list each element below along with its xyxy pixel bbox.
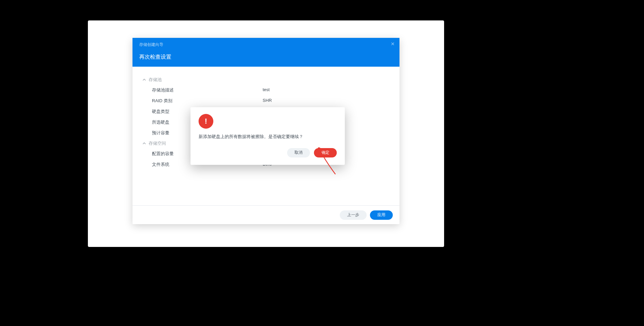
confirm-actions: 取消 确定 bbox=[199, 148, 337, 157]
warning-icon: ! bbox=[199, 114, 213, 129]
table-row: 存储池描述test bbox=[143, 85, 389, 95]
row-label: 存储池描述 bbox=[152, 87, 263, 93]
chevron-up-icon bbox=[143, 141, 146, 146]
wizard-header: 存储创建向导 再次检查设置 ✕ bbox=[132, 38, 399, 67]
row-value: SHR bbox=[263, 98, 272, 104]
section-label: 存储空间 bbox=[149, 140, 166, 146]
ok-button[interactable]: 确定 bbox=[314, 148, 337, 157]
section-label: 存储池 bbox=[149, 77, 162, 83]
back-button[interactable]: 上一步 bbox=[340, 210, 367, 220]
apply-button[interactable]: 应用 bbox=[370, 210, 393, 220]
wizard-footer: 上一步 应用 bbox=[132, 205, 399, 224]
row-value: test bbox=[263, 87, 270, 93]
row-label: RAID 类别 bbox=[152, 98, 263, 104]
chevron-up-icon bbox=[143, 77, 146, 82]
table-row: RAID 类别SHR bbox=[143, 95, 389, 106]
wizard-title: 再次检查设置 bbox=[139, 48, 393, 61]
cancel-button[interactable]: 取消 bbox=[287, 148, 310, 157]
wizard-subtitle: 存储创建向导 bbox=[139, 38, 393, 48]
confirm-message: 新添加硬盘上的所有数据将被擦除。是否确定要继续？ bbox=[199, 133, 337, 140]
confirm-dialog: ! 新添加硬盘上的所有数据将被擦除。是否确定要继续？ 取消 确定 bbox=[191, 107, 345, 165]
close-icon[interactable]: ✕ bbox=[391, 41, 395, 47]
section-storage-pool[interactable]: 存储池 bbox=[143, 75, 389, 85]
